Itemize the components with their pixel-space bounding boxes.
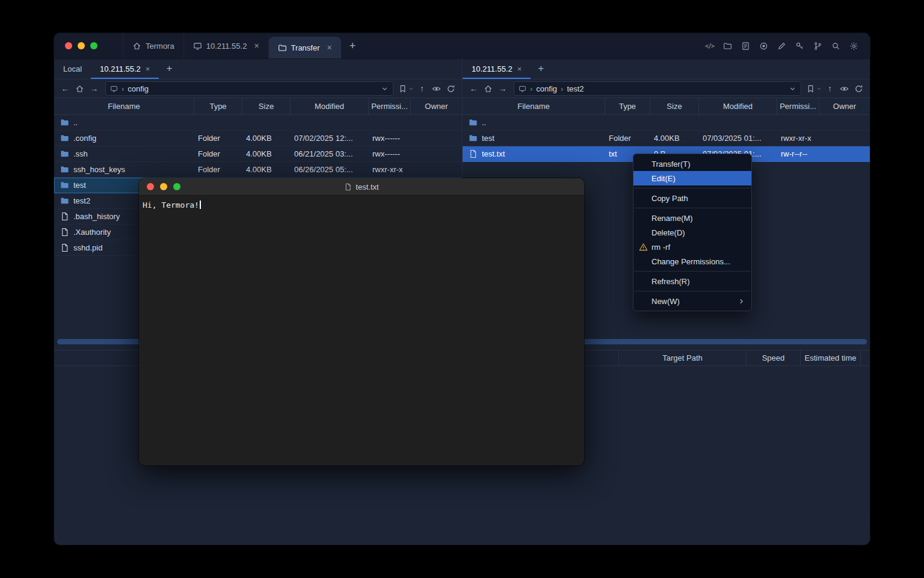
tab-termora[interactable]: Termora: [123, 33, 184, 58]
file-name: test: [73, 181, 86, 190]
up-button[interactable]: ↑: [824, 82, 836, 95]
column-header-permissions[interactable]: Permissi...: [777, 98, 819, 114]
chevron-down-icon[interactable]: [381, 85, 389, 93]
editor-window-controls: [139, 178, 191, 195]
column-header-target-path[interactable]: Target Path: [618, 350, 746, 365]
column-header-type[interactable]: Type: [605, 98, 650, 114]
bookmark-button[interactable]: [398, 82, 414, 95]
file-row[interactable]: test Folder 4.00KB 07/03/2025 01:... rwx…: [463, 131, 870, 146]
file-size: 4.00KB: [242, 162, 291, 177]
file-row[interactable]: ..: [463, 115, 870, 131]
file-owner: [411, 115, 462, 130]
tab-transfer[interactable]: Transfer ×: [269, 37, 341, 58]
show-hidden-button[interactable]: [430, 82, 443, 95]
up-button[interactable]: ↑: [416, 82, 428, 95]
minimize-editor-button[interactable]: [160, 183, 167, 190]
branch-icon[interactable]: [813, 41, 823, 51]
menu-item-rm-rf[interactable]: rm -rf: [633, 240, 751, 254]
column-header-filename[interactable]: Filename: [463, 98, 605, 114]
file-type: [605, 115, 650, 130]
show-hidden-button[interactable]: [838, 82, 851, 95]
record-icon[interactable]: [759, 41, 769, 51]
settings-icon[interactable]: [849, 41, 859, 51]
menu-item-rename[interactable]: Rename(M): [633, 211, 751, 225]
menu-item-new[interactable]: New(W): [633, 294, 751, 308]
code-icon[interactable]: </>: [704, 41, 715, 51]
refresh-button[interactable]: [852, 82, 865, 95]
file-type: Folder: [194, 162, 242, 177]
zoom-window-button[interactable]: [90, 42, 97, 49]
close-editor-button[interactable]: [147, 183, 154, 190]
column-header-permissions[interactable]: Permissi...: [369, 98, 411, 114]
right-panel-tabs: 10.211.55.2 × +: [463, 58, 870, 79]
file-row[interactable]: .ssh Folder 4.00KB 06/21/2025 03:... rwx…: [54, 146, 462, 162]
menu-item-delete[interactable]: Delete(D): [633, 225, 751, 240]
refresh-button[interactable]: [445, 82, 457, 95]
editor-titlebar[interactable]: test.txt: [139, 178, 584, 196]
column-header-owner[interactable]: Owner: [411, 98, 462, 114]
zoom-editor-button[interactable]: [173, 183, 180, 190]
new-tab-button[interactable]: +: [341, 33, 365, 58]
file-row[interactable]: .config Folder 4.00KB 07/02/2025 12:... …: [54, 131, 462, 146]
menu-item-change-permissions[interactable]: Change Permissions...: [633, 254, 751, 269]
file-modified: 06/21/2025 03:...: [291, 146, 369, 161]
file-type: [194, 115, 242, 130]
path-bar[interactable]: › config › test2: [514, 81, 801, 96]
right-toolbar: ← → › config › test2 ↑: [463, 79, 870, 98]
column-header-owner[interactable]: Owner: [819, 98, 870, 114]
tab-local[interactable]: Local: [54, 58, 91, 79]
terminal-icon: [193, 42, 202, 51]
close-tab-icon[interactable]: ×: [517, 64, 522, 73]
column-header-speed[interactable]: Speed: [746, 350, 800, 365]
path-bar[interactable]: › config: [105, 81, 393, 96]
column-header-size[interactable]: Size: [242, 98, 291, 114]
column-header-filename[interactable]: Filename: [54, 98, 194, 114]
menu-separator: [634, 188, 751, 188]
window-controls: [54, 33, 108, 58]
column-header-type[interactable]: Type: [194, 98, 242, 114]
column-header-modified[interactable]: Modified: [291, 98, 369, 114]
column-header-estimated-time[interactable]: Estimated time: [800, 350, 860, 365]
editor-content[interactable]: Hi, Termora!: [139, 196, 584, 214]
tab-remote-session[interactable]: 10.211.55.2 ×: [463, 58, 531, 79]
home-button[interactable]: [73, 82, 86, 95]
close-tab-icon[interactable]: ×: [327, 43, 332, 52]
log-icon[interactable]: [741, 41, 751, 51]
file-name: ..: [482, 118, 486, 127]
menu-item-copy-path[interactable]: Copy Path: [633, 191, 751, 205]
back-button[interactable]: ←: [59, 82, 72, 95]
chevron-down-icon[interactable]: [789, 85, 796, 93]
back-button[interactable]: ←: [467, 82, 480, 95]
file-permissions: rwxr-xr-x: [777, 131, 819, 146]
column-header-modified[interactable]: Modified: [699, 98, 777, 114]
submenu-arrow-icon: [738, 297, 745, 305]
home-button[interactable]: [482, 82, 494, 95]
new-session-button[interactable]: +: [159, 58, 179, 79]
tab-session[interactable]: 10.211.55.2 ×: [184, 33, 269, 58]
menu-item-transfer[interactable]: Transfer(T): [633, 157, 751, 171]
context-menu: Transfer(T) Edit(E) Copy Path Rename(M) …: [633, 154, 752, 311]
file-row[interactable]: ssh_host_keys Folder 4.00KB 06/26/2025 0…: [54, 162, 462, 178]
close-tab-icon[interactable]: ×: [146, 64, 150, 73]
close-window-button[interactable]: [65, 42, 72, 49]
pencil-icon[interactable]: [777, 41, 787, 51]
file-modified: [291, 115, 369, 130]
folder-icon[interactable]: [722, 41, 733, 51]
minimize-window-button[interactable]: [78, 42, 85, 49]
close-tab-icon[interactable]: ×: [254, 42, 259, 50]
forward-button[interactable]: →: [88, 82, 100, 95]
bookmark-button[interactable]: [806, 82, 822, 95]
new-session-button[interactable]: +: [531, 58, 551, 79]
menu-item-refresh[interactable]: Refresh(R): [633, 274, 751, 288]
path-segment[interactable]: config: [128, 84, 149, 93]
column-header-size[interactable]: Size: [650, 98, 699, 114]
file-row[interactable]: ..: [54, 115, 462, 131]
forward-button[interactable]: →: [496, 82, 509, 95]
path-segment[interactable]: config: [536, 84, 557, 93]
tab-remote-session[interactable]: 10.211.55.2 ×: [91, 58, 159, 79]
path-segment[interactable]: test2: [567, 84, 584, 93]
search-icon[interactable]: [831, 41, 841, 51]
key-icon[interactable]: [795, 41, 805, 51]
titlebar-actions: </>: [704, 33, 870, 58]
menu-item-edit[interactable]: Edit(E): [633, 171, 751, 185]
